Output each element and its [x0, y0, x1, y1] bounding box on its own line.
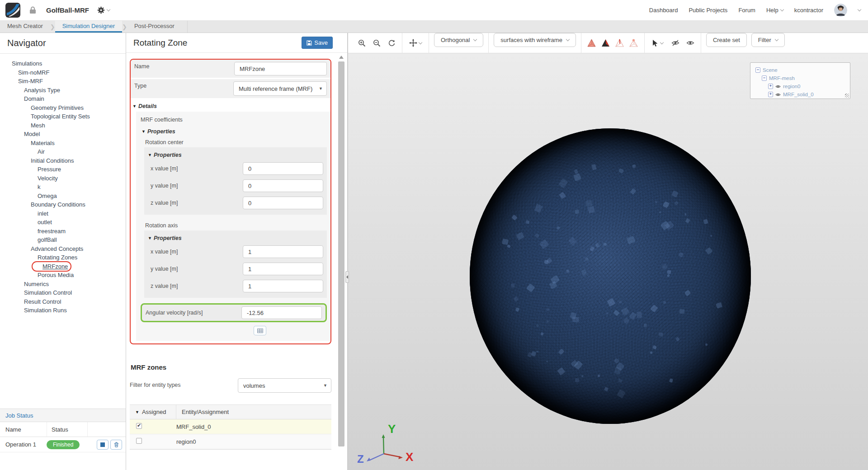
assignment-checkbox[interactable] — [136, 438, 142, 444]
nav-public-projects-link[interactable]: Public Projects — [689, 7, 727, 14]
tree-item-numerics[interactable]: Numerics — [0, 280, 125, 289]
plus-expander-icon[interactable] — [768, 84, 773, 89]
scene-tree-item-mrf-solid-0[interactable]: MRF_solid_0 — [755, 90, 850, 99]
nav-forum-link[interactable]: Forum — [738, 7, 755, 14]
scrollbar-thumb[interactable] — [338, 61, 344, 446]
scene-tree-item-mrf-mesh[interactable]: MRF-mesh — [755, 74, 850, 82]
name-input[interactable] — [234, 62, 327, 75]
nav-dashboard-link[interactable]: Dashboard — [649, 7, 678, 14]
tree-item-materials[interactable]: Materials — [0, 139, 125, 148]
tree-item-simulations[interactable]: Simulations — [0, 59, 125, 68]
assignment-row[interactable]: region0 — [130, 434, 331, 449]
properties-toggle[interactable]: ▼ Properties — [146, 231, 324, 244]
create-set-button[interactable]: Create set — [706, 33, 747, 47]
avatar[interactable] — [834, 4, 847, 17]
tree-item-boundary-conditions[interactable]: Boundary Conditions — [0, 200, 125, 209]
minus-expander-icon[interactable] — [28, 254, 36, 261]
scroll-up-arrow-icon[interactable] — [339, 56, 344, 59]
tree-item-analysis-type[interactable]: Analysis Type — [0, 86, 125, 95]
tree-item-geometry-primitives[interactable]: Geometry Primitives — [0, 103, 125, 113]
rotation-center-y-input[interactable] — [243, 179, 323, 192]
minus-expander-icon[interactable] — [755, 68, 760, 73]
minus-expander-icon[interactable] — [762, 76, 767, 81]
minus-check-icon[interactable] — [15, 131, 22, 138]
minus-expander-icon[interactable] — [9, 78, 16, 85]
app-logo-icon[interactable] — [5, 3, 20, 18]
details-toggle[interactable]: ▼ Details — [131, 99, 330, 112]
rotation-axis-x-input[interactable] — [243, 245, 323, 258]
rotation-axis-z-input[interactable] — [243, 280, 323, 292]
tree-item-air[interactable]: Air — [0, 147, 125, 156]
tree-item-model[interactable]: Model — [0, 130, 125, 139]
username-label[interactable]: kcontractor — [794, 7, 823, 14]
golf-ball-mesh[interactable] — [470, 128, 751, 424]
plus-expander-icon[interactable] — [15, 298, 22, 305]
minus-expander-icon[interactable] — [22, 157, 29, 164]
viewport-canvas[interactable]: Scene MRF-mesh region0 MRF_solid_0 — [348, 53, 868, 470]
sort-arrow-icon[interactable]: ▼ — [135, 410, 139, 414]
assignment-checkbox[interactable] — [136, 423, 142, 429]
projection-select[interactable]: Orthogonal — [434, 33, 483, 47]
scene-tree-item-region0[interactable]: region0 — [755, 82, 850, 90]
select-vertex-button[interactable] — [628, 38, 639, 48]
select-face-button[interactable] — [600, 38, 611, 48]
properties-toggle[interactable]: ▼ Properties — [140, 125, 327, 137]
tree-item-rotating-zones[interactable]: Rotating Zones — [0, 253, 125, 262]
rotation-center-z-input[interactable] — [243, 197, 323, 209]
tree-item-velocity[interactable]: Velocity — [0, 174, 125, 183]
tree-item-topological-entity-sets[interactable]: Topological Entity Sets — [0, 112, 125, 121]
stop-job-button[interactable] — [97, 440, 108, 450]
minus-expander-icon[interactable] — [15, 95, 22, 103]
tree-item-mrfzone[interactable]: MRFzone — [0, 262, 125, 271]
reset-view-button[interactable] — [386, 38, 397, 48]
tree-item-simulation-runs[interactable]: Simulation Runs — [0, 306, 125, 315]
tree-item-k[interactable]: k — [0, 183, 125, 192]
plus-expander-icon[interactable] — [768, 92, 773, 97]
eye-icon[interactable] — [775, 93, 781, 97]
hide-selection-button[interactable] — [670, 38, 681, 48]
selection-mode-button[interactable] — [650, 38, 666, 48]
minus-expander-icon[interactable] — [22, 245, 29, 252]
tab-simulation-designer[interactable]: Simulation Designer — [55, 21, 122, 33]
filter-button[interactable]: Filter — [751, 33, 785, 47]
select-edge-button[interactable] — [614, 38, 625, 48]
tree-item-porous-media[interactable]: Porous Media — [0, 271, 125, 280]
tree-item-inlet[interactable]: inlet — [0, 209, 125, 218]
minus-expander-icon[interactable] — [22, 201, 29, 208]
delete-job-button[interactable] — [110, 440, 122, 450]
tree-item-sim-mrf[interactable]: Sim-MRF — [0, 77, 125, 86]
tab-mesh-creator[interactable]: Mesh Creator — [0, 21, 50, 33]
properties-toggle[interactable]: ▼ Properties — [146, 148, 324, 160]
tree-item-freestream[interactable]: freestream — [0, 227, 125, 236]
tree-item-omega[interactable]: Omega — [0, 192, 125, 201]
assignment-row[interactable]: MRF_solid_0 — [130, 419, 331, 434]
tree-item-initial-conditions[interactable]: Initial Conditions — [0, 156, 125, 165]
minus-expander-icon[interactable] — [3, 60, 10, 67]
panel-splitter-handle[interactable] — [345, 271, 349, 283]
table-input-button[interactable] — [254, 326, 266, 335]
render-mode-select[interactable]: surfaces with wireframe — [494, 33, 576, 47]
form-scrollbar[interactable] — [338, 56, 344, 470]
tree-item-golfball[interactable]: golfBall — [0, 235, 125, 244]
tab-post-processor[interactable]: Post-Processor — [127, 21, 182, 33]
scene-tree-item-scene[interactable]: Scene — [755, 66, 850, 74]
nav-help-menu[interactable]: Help — [766, 7, 783, 14]
panel-resize-handle[interactable] — [845, 94, 849, 98]
angular-velocity-input[interactable] — [241, 306, 322, 319]
tree-item-outlet[interactable]: outlet — [0, 218, 125, 227]
save-button[interactable]: Save — [302, 37, 333, 49]
zoom-in-button[interactable] — [356, 38, 367, 48]
minus-expander-icon[interactable] — [22, 139, 29, 146]
pan-mode-button[interactable] — [407, 38, 424, 48]
tree-item-domain[interactable]: Domain — [0, 94, 125, 103]
show-all-button[interactable] — [685, 38, 696, 48]
tree-item-advanced-concepts[interactable]: Advanced Concepts — [0, 244, 125, 254]
plus-expander-icon[interactable] — [9, 69, 16, 76]
rotation-center-x-input[interactable] — [243, 162, 323, 175]
entity-filter-select[interactable]: volumes ▼ — [238, 378, 331, 393]
project-settings-button[interactable] — [97, 6, 110, 14]
rotation-axis-y-input[interactable] — [243, 263, 323, 275]
tree-item-sim-nomrf[interactable]: Sim-noMRF — [0, 68, 125, 77]
tree-item-result-control[interactable]: Result Control — [0, 297, 125, 306]
eye-icon[interactable] — [775, 85, 781, 89]
